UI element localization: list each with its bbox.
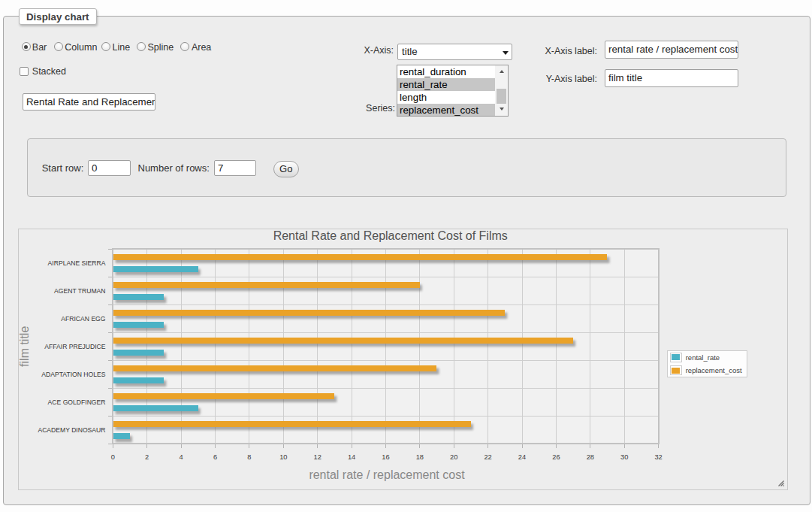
svg-text:AGENT TRUMAN: AGENT TRUMAN bbox=[54, 287, 105, 295]
svg-text:18: 18 bbox=[416, 453, 424, 461]
svg-text:ADAPTATION HOLES: ADAPTATION HOLES bbox=[41, 371, 105, 378]
svg-text:Rental Rate and Replacement Co: Rental Rate and Replacement Cost of Film… bbox=[273, 229, 508, 242]
svg-text:rental_rate: rental_rate bbox=[686, 353, 720, 362]
svg-text:8: 8 bbox=[247, 453, 251, 461]
svg-text:film title: film title bbox=[19, 326, 31, 367]
svg-text:AFFAIR PREJUDICE: AFFAIR PREJUDICE bbox=[44, 343, 105, 350]
svg-text:12: 12 bbox=[314, 453, 321, 461]
svg-text:30: 30 bbox=[620, 453, 628, 461]
svg-text:6: 6 bbox=[213, 453, 217, 461]
svg-text:rental rate / replacement cost: rental rate / replacement cost bbox=[309, 468, 465, 481]
svg-text:16: 16 bbox=[382, 453, 389, 461]
svg-text:24: 24 bbox=[518, 453, 526, 461]
svg-text:22: 22 bbox=[484, 453, 491, 461]
svg-text:AIRPLANE SIERRA: AIRPLANE SIERRA bbox=[48, 259, 106, 267]
svg-text:20: 20 bbox=[450, 453, 457, 461]
svg-text:32: 32 bbox=[654, 453, 662, 461]
svg-text:ACE GOLDFINGER: ACE GOLDFINGER bbox=[48, 398, 106, 406]
svg-text:10: 10 bbox=[279, 453, 287, 461]
svg-text:replacement_cost: replacement_cost bbox=[686, 366, 742, 374]
svg-text:4: 4 bbox=[180, 453, 183, 461]
svg-text:14: 14 bbox=[348, 453, 355, 461]
svg-text:AFRICAN EGG: AFRICAN EGG bbox=[61, 315, 106, 323]
svg-text:26: 26 bbox=[552, 453, 560, 461]
svg-text:2: 2 bbox=[145, 453, 149, 461]
svg-text:28: 28 bbox=[587, 453, 594, 461]
svg-text:0: 0 bbox=[111, 453, 115, 461]
svg-text:ACADEMY DINOSAUR: ACADEMY DINOSAUR bbox=[38, 426, 105, 434]
